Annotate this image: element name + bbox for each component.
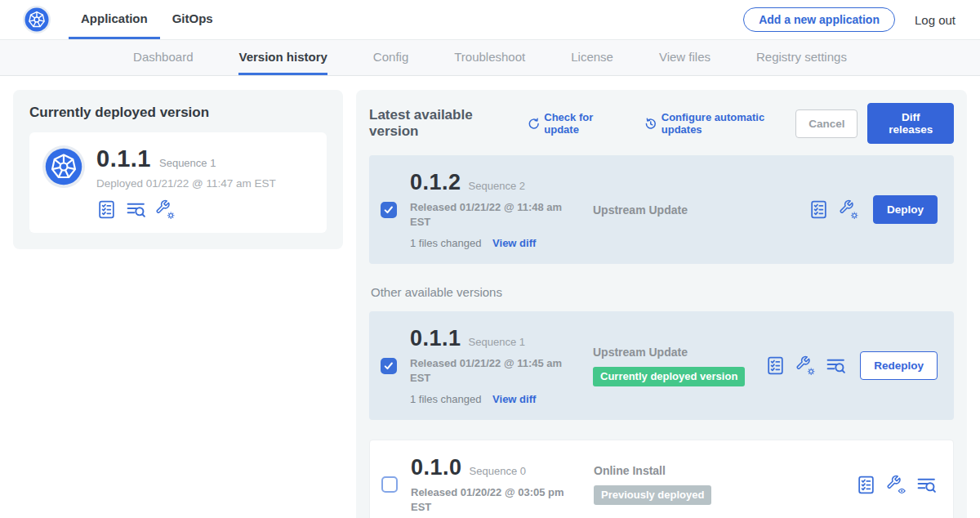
latest-available-title: Latest available version	[369, 107, 513, 140]
configure-automatic-updates-link[interactable]: Configure automatic updates	[644, 111, 795, 136]
preflight-view-eye-icon[interactable]	[886, 475, 906, 495]
add-application-button[interactable]: Add a new application	[743, 7, 895, 32]
tab-gitops[interactable]: GitOps	[160, 0, 225, 39]
version-row-0-1-2: 0.1.2 Sequence 2 Released 01/21/22 @ 11:…	[369, 155, 954, 264]
deploy-button[interactable]: Deploy	[873, 195, 938, 224]
deployed-date: Deployed 01/21/22 @ 11:47 am EST	[96, 177, 276, 190]
cancel-button[interactable]: Cancel	[795, 109, 858, 138]
checkmark-icon	[383, 360, 394, 372]
schedule-history-icon	[644, 117, 657, 131]
top-nav: Application GitOps Add a new application…	[0, 0, 980, 40]
view-files-search-icon[interactable]	[916, 475, 937, 495]
files-changed-label: 1 files changed	[410, 237, 481, 249]
released-date: Released 01/21/22 @ 11:48 am EST	[410, 200, 564, 229]
release-notes-icon[interactable]	[808, 199, 829, 220]
deployed-version-number: 0.1.1	[96, 145, 151, 172]
top-tabs: Application GitOps	[69, 0, 225, 39]
version-checkbox[interactable]	[381, 202, 397, 218]
tab-registry-settings[interactable]: Registry settings	[756, 40, 847, 75]
refresh-icon	[528, 117, 541, 131]
version-sequence: Sequence 0	[470, 465, 526, 477]
version-number: 0.1.2	[410, 170, 461, 195]
tab-application[interactable]: Application	[69, 0, 160, 39]
previously-deployed-badge: Previously deployed	[594, 485, 711, 505]
files-changed-label: 1 files changed	[410, 393, 481, 405]
version-row-0-1-0: 0.1.0 Sequence 0 Released 01/20/22 @ 03:…	[369, 440, 954, 518]
release-notes-icon[interactable]	[856, 475, 876, 495]
version-source: Upstream Update	[593, 203, 808, 217]
tab-dashboard[interactable]: Dashboard	[133, 40, 193, 75]
version-checkbox[interactable]	[381, 358, 397, 374]
tab-view-files[interactable]: View files	[659, 40, 710, 75]
kubernetes-logo-icon	[23, 6, 51, 33]
logout-link[interactable]: Log out	[915, 13, 956, 27]
released-date: Released 01/20/22 @ 03:05 pm EST	[411, 485, 564, 514]
currently-deployed-panel: Currently deployed version 0.1.1 Sequenc…	[13, 90, 343, 249]
currently-deployed-badge: Currently deployed version	[593, 367, 745, 386]
view-files-search-icon[interactable]	[126, 199, 146, 220]
version-row-0-1-1: 0.1.1 Sequence 1 Released 01/21/22 @ 11:…	[369, 311, 954, 420]
tab-license[interactable]: License	[571, 40, 613, 75]
edit-config-gear-icon[interactable]	[155, 199, 176, 220]
tab-troubleshoot[interactable]: Troubleshoot	[454, 40, 525, 75]
version-sequence: Sequence 1	[469, 336, 525, 348]
deployed-panel-title: Currently deployed version	[29, 105, 327, 121]
view-diff-link[interactable]: View diff	[492, 393, 536, 405]
version-sequence: Sequence 2	[469, 180, 525, 192]
kubernetes-app-icon	[42, 145, 85, 188]
release-notes-icon[interactable]	[96, 199, 117, 220]
view-diff-link[interactable]: View diff	[492, 237, 536, 249]
release-notes-icon[interactable]	[765, 355, 786, 376]
available-versions-panel: Latest available version Check for updat…	[356, 90, 967, 518]
sub-nav: Dashboard Version history Config Trouble…	[0, 40, 980, 76]
version-source: Upstream Update	[593, 346, 765, 359]
deployed-version-sequence: Sequence 1	[159, 157, 216, 169]
version-number: 0.1.1	[410, 326, 461, 351]
edit-config-gear-icon[interactable]	[795, 355, 816, 376]
view-files-search-icon[interactable]	[826, 355, 846, 376]
topnav-spacer	[225, 0, 743, 39]
version-number: 0.1.0	[411, 455, 462, 480]
released-date: Released 01/21/22 @ 11:45 am EST	[410, 356, 564, 385]
diff-releases-button[interactable]: Diff releases	[867, 103, 954, 144]
other-available-versions-title: Other available versions	[371, 285, 954, 299]
deployed-version-card: 0.1.1 Sequence 1 Deployed 01/21/22 @ 11:…	[29, 132, 327, 233]
checkmark-icon	[383, 204, 394, 216]
edit-config-gear-icon[interactable]	[839, 199, 859, 220]
tab-version-history[interactable]: Version history	[238, 40, 327, 75]
version-checkbox[interactable]	[381, 476, 398, 493]
available-header: Latest available version Check for updat…	[369, 103, 954, 144]
main-content: Currently deployed version 0.1.1 Sequenc…	[0, 76, 980, 518]
tab-config[interactable]: Config	[373, 40, 408, 75]
check-for-update-link[interactable]: Check for update	[528, 111, 623, 136]
version-source: Online Install	[594, 464, 856, 477]
redeploy-button[interactable]: Redeploy	[860, 351, 938, 380]
